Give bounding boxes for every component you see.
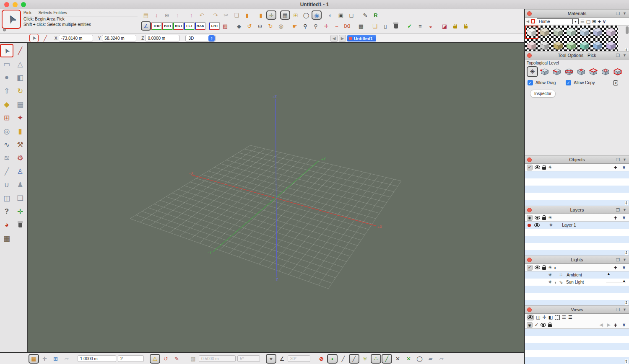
- import-button[interactable]: ↑: [172, 10, 182, 20]
- layer-row[interactable]: ✳ Layer 1: [525, 222, 629, 229]
- select-filter-icon[interactable]: ✓: [535, 322, 538, 328]
- snap-frame-button[interactable]: ⌖: [266, 354, 276, 364]
- plane-solid-button[interactable]: ▰: [425, 354, 436, 364]
- collapse-triangle-icon[interactable]: ▼: [623, 53, 626, 57]
- coord-z-input[interactable]: [145, 35, 179, 41]
- no-snap-button[interactable]: ⊘: [316, 354, 327, 364]
- topo-level-hole-button[interactable]: [600, 66, 611, 77]
- saw-tool[interactable]: ⚙: [13, 151, 27, 165]
- move-step-input[interactable]: [199, 355, 236, 362]
- grid-div-input[interactable]: [118, 355, 144, 362]
- radiosity-button[interactable]: ◆: [234, 21, 244, 31]
- capsule-button[interactable]: ▯: [380, 21, 390, 31]
- paint-tool[interactable]: ◕: [0, 218, 13, 232]
- add-layer-icon[interactable]: +: [614, 214, 617, 221]
- objects-list[interactable]: ⇕: [525, 171, 629, 206]
- topo-level-face-button[interactable]: [587, 66, 599, 77]
- popout-icon[interactable]: ❐: [616, 258, 620, 262]
- snap-point-button[interactable]: •: [327, 354, 338, 364]
- collapse-triangle-icon[interactable]: ▼: [623, 11, 626, 15]
- frame-all-button[interactable]: ⌧: [342, 21, 352, 31]
- undo-button[interactable]: ↶: [197, 10, 207, 20]
- lock-filter-icon[interactable]: [542, 217, 546, 220]
- add-object-icon[interactable]: +: [614, 164, 617, 171]
- toggle-grid-button[interactable]: ▦: [280, 10, 290, 20]
- snap-spray-button[interactable]: ✳: [360, 354, 370, 364]
- snap-line2-button[interactable]: ╱: [349, 354, 359, 364]
- material-swatch[interactable]: [604, 39, 618, 52]
- coord-x-input[interactable]: [59, 35, 93, 41]
- grid-add-tool[interactable]: ⊞: [0, 111, 13, 124]
- render-filter-icon[interactable]: ✳: [548, 165, 552, 170]
- view-left-button[interactable]: LFT: [184, 22, 195, 30]
- lights-resize-handle[interactable]: ⇕: [625, 301, 628, 305]
- allow-copy-checkbox[interactable]: ✓: [566, 80, 571, 85]
- tab-forward-button[interactable]: ▶: [339, 35, 346, 42]
- redo-button[interactable]: ↷: [211, 10, 221, 20]
- flip-rotate-button[interactable]: ↺: [161, 354, 171, 364]
- popout-icon[interactable]: ❐: [616, 11, 620, 16]
- angle-snap-input[interactable]: [288, 355, 310, 362]
- visibility-filter-icon[interactable]: [535, 216, 540, 219]
- collapse-triangle-icon[interactable]: ▼: [623, 157, 626, 162]
- paste-special-button[interactable]: ▮: [256, 10, 266, 20]
- viewport-3d[interactable]: +Z-Z+Y-Y+X-X: [28, 43, 524, 352]
- view-3d-axis-button[interactable]: ∠: [141, 21, 151, 31]
- snap-points-button[interactable]: ∴: [371, 354, 381, 364]
- flip-view-icon[interactable]: ◧: [548, 315, 553, 320]
- material-swatch[interactable]: [604, 26, 618, 39]
- visibility-filter-icon[interactable]: [535, 266, 540, 269]
- zoom-in-button[interactable]: ✛: [321, 21, 331, 31]
- lock-filter-icon[interactable]: [548, 324, 552, 327]
- close-file-button[interactable]: ⊗: [162, 10, 172, 20]
- plane-button[interactable]: ▱: [61, 354, 72, 364]
- topo-level-loop-button[interactable]: [563, 66, 574, 77]
- views-list[interactable]: ⇕: [525, 329, 629, 364]
- material-swatch[interactable]: [565, 26, 578, 39]
- grid-size-input[interactable]: [78, 355, 116, 362]
- active-tool-button[interactable]: ➤: [2, 10, 21, 29]
- objects-resize-handle[interactable]: ⇕: [625, 201, 628, 205]
- sculpt-tool[interactable]: ⚒: [13, 138, 27, 151]
- metaball-tool[interactable]: ∪: [0, 178, 13, 191]
- render-filter-icon[interactable]: ✳: [548, 215, 552, 220]
- polygon-pen-tool[interactable]: △: [13, 57, 27, 71]
- mini-line-tool-button[interactable]: ╱: [41, 34, 49, 42]
- edit-pencil-button[interactable]: ✎: [360, 10, 370, 20]
- add-material-icon[interactable]: +: [598, 18, 601, 25]
- axis-lens-button[interactable]: ✛: [39, 354, 50, 364]
- material-swatch[interactable]: [591, 26, 605, 39]
- rotate-step-input[interactable]: [237, 355, 260, 362]
- material-swatch[interactable]: [578, 26, 591, 39]
- list-full-icon[interactable]: ☰: [568, 315, 572, 320]
- ball-tool[interactable]: ●: [0, 71, 13, 84]
- topo-level-facet-button[interactable]: [575, 66, 587, 77]
- topo-level-edge-button[interactable]: [551, 66, 562, 77]
- select-filter-icon[interactable]: ✓: [527, 265, 533, 271]
- views-panel-titlebar[interactable]: Views ❐ ▼: [525, 305, 629, 314]
- look-button[interactable]: ⊙: [255, 21, 265, 31]
- lock-filter-icon[interactable]: [542, 167, 546, 170]
- select-filter-icon[interactable]: ✓: [527, 165, 533, 170]
- render-button[interactable]: R: [371, 10, 381, 20]
- cylinder-tool[interactable]: ▮: [13, 124, 27, 138]
- copy-button[interactable]: ❏: [231, 10, 242, 20]
- ambient-intensity-slider[interactable]: ▲: [606, 275, 626, 275]
- boxes-button[interactable]: ▣: [336, 10, 346, 20]
- rotate-view-button[interactable]: ↻: [265, 21, 276, 31]
- transform-tool[interactable]: ✛: [13, 205, 27, 218]
- popout-icon[interactable]: ❐: [616, 208, 620, 212]
- layers-resize-handle[interactable]: ⇕: [625, 251, 628, 255]
- light-row-sun[interactable]: ✳ ◐ ⇘ Sun Light ▲: [525, 279, 629, 286]
- quad-view-button[interactable]: ⊞: [50, 354, 61, 364]
- inspector-button[interactable]: Inspector: [530, 90, 556, 98]
- box-up-tool[interactable]: ⇧: [0, 84, 13, 98]
- orbit-button[interactable]: ↺: [244, 21, 255, 31]
- materials-panel-titlebar[interactable]: Materials ❐ ▼: [525, 9, 629, 18]
- spline-tool[interactable]: ∿: [0, 138, 13, 151]
- collapse-triangle-icon[interactable]: ▼: [623, 307, 626, 312]
- view-back-button[interactable]: BAK: [195, 22, 205, 30]
- array-tool[interactable]: ❏: [13, 191, 27, 205]
- lights-menu-chevron-icon[interactable]: ∨: [622, 265, 626, 270]
- material-back-icon[interactable]: ◀: [526, 19, 529, 23]
